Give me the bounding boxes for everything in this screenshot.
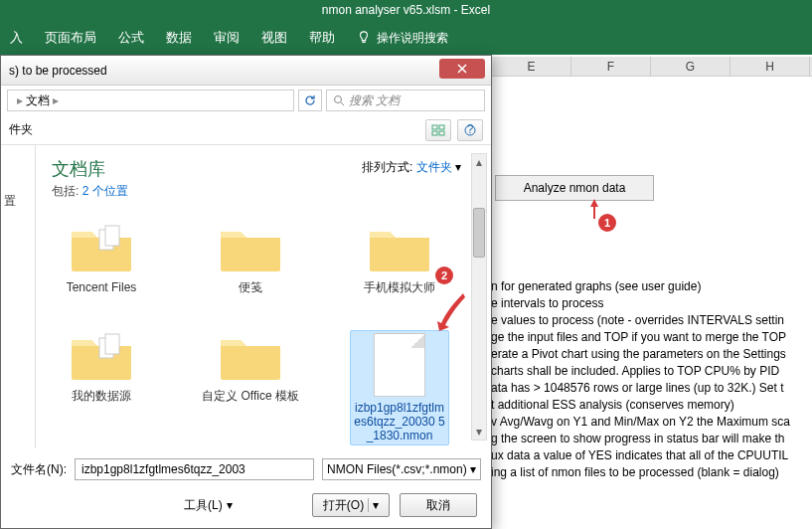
annotation-marker-1: 1 [598, 214, 616, 232]
tools-dropdown[interactable]: 工具(L)▾ [184, 497, 233, 514]
svg-text:?: ? [467, 124, 474, 136]
chevron-down-icon: ▾ [227, 498, 233, 512]
col-header-g[interactable]: G [651, 57, 731, 76]
sort-mode-link[interactable]: 文件夹 [416, 160, 452, 174]
window-title: nmon analyser v65.xlsm - Excel [0, 0, 812, 20]
navigation-pane[interactable]: 置 [1, 145, 36, 448]
dialog-title-text: s) to be processed [9, 64, 107, 78]
close-icon [456, 63, 468, 75]
scroll-up-icon[interactable]: ▴ [472, 154, 486, 170]
folder-icon [70, 330, 133, 382]
folder-icon [219, 330, 282, 382]
search-icon [333, 94, 345, 106]
annotation-marker-2: 2 [435, 266, 453, 284]
bulb-icon [357, 31, 371, 45]
svg-point-0 [335, 96, 342, 103]
file-list-panel: 文档库 包括: 2 个位置 排列方式: 文件夹 ▾ Tencent Files … [36, 145, 491, 448]
chevron-right-icon: ▸ [53, 93, 59, 107]
col-header-h[interactable]: H [731, 57, 810, 76]
svg-rect-1 [432, 125, 437, 129]
analyze-nmon-button[interactable]: Analyze nmon data [495, 175, 654, 201]
breadcrumb[interactable]: ▸ 文档 ▸ [7, 89, 294, 111]
tab-data[interactable]: 数据 [158, 23, 200, 55]
svg-rect-8 [105, 226, 119, 246]
tab-review[interactable]: 审阅 [206, 23, 247, 55]
dialog-titlebar: s) to be processed [1, 56, 491, 86]
new-folder-button[interactable]: 件夹 [9, 121, 33, 138]
folder-item-datasource[interactable]: 我的数据源 [52, 330, 151, 445]
help-button[interactable]: ? [457, 119, 483, 141]
tab-formulas[interactable]: 公式 [110, 23, 152, 55]
file-type-filter[interactable]: NMON Files(*.csv;*.nmon)▾ [322, 458, 481, 480]
search-input[interactable]: 搜索 文档 [326, 89, 485, 111]
col-header-e[interactable]: E [492, 57, 571, 76]
tiles-icon [431, 124, 445, 136]
open-button[interactable]: 打开(O)▾ [312, 493, 390, 517]
file-item-nmon[interactable]: izbp1gp8l1zfgtlmes6tqzz_20030 5_1830.nmo… [350, 330, 449, 445]
filename-label: 文件名(N): [11, 461, 67, 478]
annotation-arrow-2 [435, 291, 465, 331]
folder-item-office-templates[interactable]: 自定义 Office 模板 [201, 330, 300, 445]
folder-item-phone-emu[interactable]: 手机模拟大师 [350, 222, 449, 294]
close-button[interactable] [439, 59, 485, 79]
view-mode-button[interactable] [425, 119, 451, 141]
tab-help[interactable]: 帮助 [301, 23, 343, 55]
sort-control: 排列方式: 文件夹 ▾ [362, 159, 461, 176]
file-open-dialog: s) to be processed ▸ 文档 ▸ 搜索 文档 件夹 ? [0, 55, 492, 529]
tab-insert[interactable]: 入 [2, 23, 31, 55]
file-icon [374, 333, 425, 397]
cancel-button[interactable]: 取消 [400, 493, 477, 517]
tell-me-label: 操作说明搜索 [377, 30, 448, 47]
svg-rect-3 [432, 131, 437, 135]
col-header-f[interactable]: F [571, 57, 651, 76]
svg-rect-4 [439, 131, 444, 135]
folder-item-notes[interactable]: 便笺 [201, 222, 300, 294]
chevron-down-icon: ▾ [470, 462, 476, 476]
chevron-down-icon: ▾ [368, 498, 379, 512]
folder-icon [70, 222, 133, 273]
breadcrumb-seg[interactable]: 文档 [26, 92, 50, 109]
tell-me[interactable]: 操作说明搜索 [349, 23, 456, 55]
folder-icon [368, 222, 431, 273]
svg-rect-10 [105, 334, 119, 354]
scroll-thumb[interactable] [473, 208, 485, 258]
library-subtitle: 包括: 2 个位置 [52, 183, 475, 200]
search-placeholder: 搜索 文档 [349, 92, 400, 109]
scrollbar[interactable]: ▴ ▾ [471, 153, 487, 441]
help-icon: ? [464, 124, 476, 136]
svg-rect-2 [439, 125, 444, 129]
chevron-right-icon: ▸ [17, 93, 23, 107]
tab-page-layout[interactable]: 页面布局 [37, 23, 104, 55]
ribbon-tabs: 入 页面布局 公式 数据 审阅 视图 帮助 操作说明搜索 [0, 23, 456, 55]
folder-item-tencent[interactable]: Tencent Files [52, 222, 151, 294]
refresh-icon [304, 94, 316, 106]
library-locations-link[interactable]: 2 个位置 [82, 184, 128, 198]
refresh-button[interactable] [298, 89, 322, 111]
filename-input[interactable] [75, 458, 314, 480]
scroll-down-icon[interactable]: ▾ [472, 424, 486, 440]
sheet-description-text: n for generated graphs (see user guide) … [491, 278, 812, 481]
folder-icon [219, 222, 282, 273]
tab-view[interactable]: 视图 [253, 23, 295, 55]
column-headers: E F G H I [492, 57, 812, 77]
